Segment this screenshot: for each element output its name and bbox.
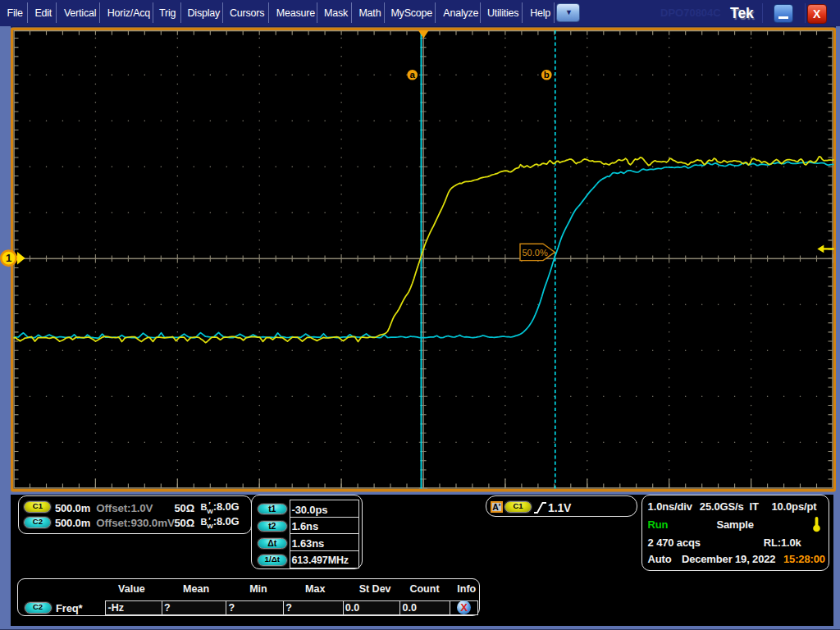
svg-text:1: 1 [6, 252, 11, 264]
svg-text:50.0%: 50.0% [523, 248, 548, 258]
svg-text:a: a [409, 70, 415, 80]
svg-text:b: b [544, 70, 550, 80]
